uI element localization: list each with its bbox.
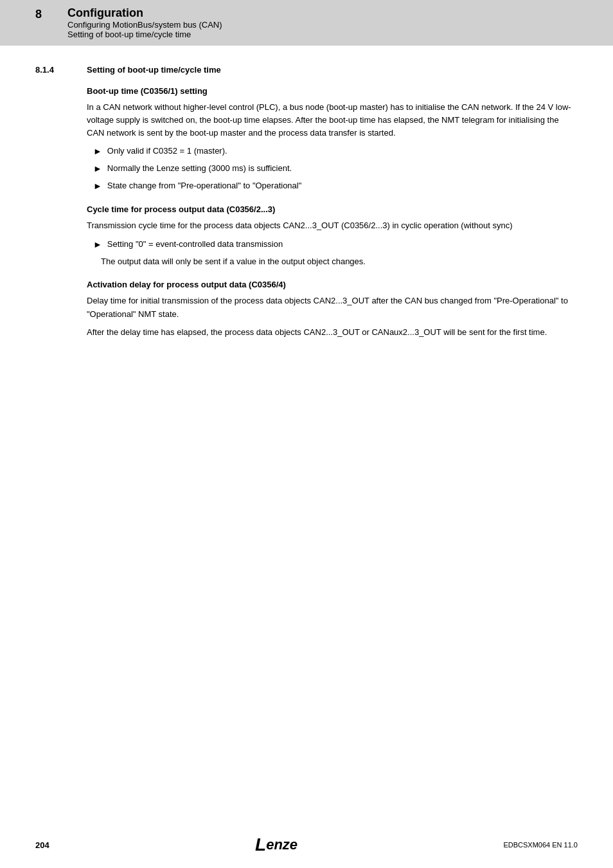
header-subtitle2: Setting of boot-up time/cycle time bbox=[67, 30, 222, 39]
subsection-cycletime-heading: Cycle time for process output data (C035… bbox=[87, 204, 578, 214]
bullet-arrow-icon: ► bbox=[93, 162, 102, 176]
bullet-arrow-icon: ► bbox=[93, 145, 102, 159]
section-number: 8.1.4 bbox=[35, 65, 87, 75]
bullet-text: Normally the Lenze setting (3000 ms) is … bbox=[107, 162, 292, 175]
header-subtitle1: Configuring MotionBus/system bus (CAN) bbox=[67, 20, 222, 30]
header-text: Configuration Configuring MotionBus/syst… bbox=[67, 6, 222, 39]
subsection-bootup-para1: In a CAN network without higher-level co… bbox=[87, 101, 578, 140]
footer-logo: Lenze bbox=[255, 835, 298, 855]
header-title: Configuration bbox=[67, 6, 222, 20]
section-title: Setting of boot-up time/cycle time bbox=[87, 65, 221, 75]
bullet-item: ► Only valid if C0352 = 1 (master). bbox=[93, 145, 578, 159]
footer-doc-ref: EDBCSXM064 EN 11.0 bbox=[503, 841, 578, 849]
bullet-text: Only valid if C0352 = 1 (master). bbox=[107, 145, 227, 158]
subsection-activation-heading: Activation delay for process output data… bbox=[87, 280, 578, 289]
header-bar: 8 Configuration Configuring MotionBus/sy… bbox=[0, 0, 613, 46]
chapter-number: 8 bbox=[35, 8, 48, 21]
footer-page-number: 204 bbox=[35, 840, 49, 850]
subsection-cycletime-subnote: The output data will only be sent if a v… bbox=[101, 255, 578, 268]
subsection-bootup: Boot-up time (C0356/1) setting In a CAN … bbox=[87, 86, 578, 193]
subsection-activation-para2: After the delay time has elapsed, the pr… bbox=[87, 326, 578, 339]
bullet-arrow-icon: ► bbox=[93, 238, 102, 252]
footer: 204 Lenze EDBCSXM064 EN 11.0 bbox=[0, 835, 613, 855]
main-content: 8.1.4 Setting of boot-up time/cycle time… bbox=[0, 46, 613, 376]
logo-text-rest: enze bbox=[266, 836, 298, 853]
bullet-item: ► Setting "0" = event-controlled data tr… bbox=[93, 238, 578, 252]
bullet-item: ► State change from "Pre-operational" to… bbox=[93, 179, 578, 194]
subsection-bootup-bullets: ► Only valid if C0352 = 1 (master). ► No… bbox=[93, 145, 578, 193]
bullet-text: State change from "Pre-operational" to "… bbox=[107, 179, 301, 192]
bullet-item: ► Normally the Lenze setting (3000 ms) i… bbox=[93, 162, 578, 176]
subsection-activation: Activation delay for process output data… bbox=[87, 280, 578, 338]
subsection-bootup-heading: Boot-up time (C0356/1) setting bbox=[87, 86, 578, 96]
subsection-cycletime-para1: Transmission cycle time for the process … bbox=[87, 219, 578, 232]
subsection-cycletime: Cycle time for process output data (C035… bbox=[87, 204, 578, 268]
logo-text: L bbox=[255, 835, 266, 855]
subsection-cycletime-bullets: ► Setting "0" = event-controlled data tr… bbox=[93, 238, 578, 252]
subsection-activation-para1: Delay time for initial transmission of t… bbox=[87, 294, 578, 320]
section-heading: 8.1.4 Setting of boot-up time/cycle time bbox=[35, 65, 578, 75]
page: 8 Configuration Configuring MotionBus/sy… bbox=[0, 0, 613, 868]
bullet-text: Setting "0" = event-controlled data tran… bbox=[107, 238, 283, 251]
bullet-arrow-icon: ► bbox=[93, 179, 102, 194]
